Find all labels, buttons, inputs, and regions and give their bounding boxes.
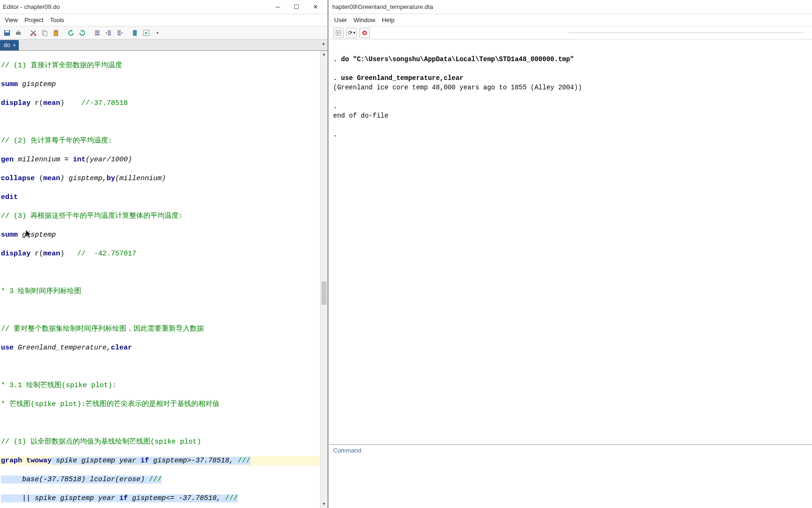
svg-rect-1 <box>5 31 9 32</box>
run-dropdown-icon[interactable]: ▾ <box>152 28 163 38</box>
toolbar-divider <box>569 32 804 33</box>
redo-icon[interactable] <box>77 28 87 38</box>
code-text: /// <box>149 476 162 484</box>
indent-toggle-icon[interactable] <box>92 28 102 38</box>
scroll-up-icon[interactable]: ▲ <box>320 51 328 58</box>
code-text: gen <box>1 156 14 164</box>
menu-user[interactable]: User <box>334 16 347 24</box>
code-text: base(-37.78518) lcolor(erose) <box>1 476 149 484</box>
scroll-down-icon[interactable]: ▼ <box>320 500 328 508</box>
maximize-button[interactable]: ☐ <box>287 0 306 14</box>
results-pane[interactable]: . do "C:\Users\songshu\AppData\Local\Tem… <box>329 40 812 444</box>
tab-overflow-icon[interactable]: ▾ <box>322 41 325 47</box>
results-line: end of do-file <box>333 112 389 119</box>
code-text: // (3) 再根据这些千年的平均温度计算整体的平均温度: <box>1 212 183 220</box>
code-text: gisptemp <box>18 80 56 88</box>
tab-strip: do × ▾ <box>0 40 328 51</box>
tab-close-icon[interactable]: × <box>13 43 16 48</box>
svg-rect-7 <box>44 32 47 36</box>
svg-rect-10 <box>133 30 137 36</box>
code-text: display <box>1 250 31 258</box>
close-button[interactable]: ✕ <box>306 0 325 14</box>
command-label: Command <box>329 445 812 456</box>
code-text: int <box>73 156 86 164</box>
code-text: ) <box>60 250 77 258</box>
copy-icon[interactable] <box>39 28 50 38</box>
code-text: millennium = <box>14 156 73 164</box>
print-icon[interactable] <box>13 28 23 38</box>
code-text: ( <box>35 175 43 183</box>
code-text: /// <box>238 457 250 465</box>
results-line: . use Greenland_temperature,clear <box>333 74 463 82</box>
left-titlebar: Editor - chapter09.do ─ ☐ ✕ <box>0 0 328 14</box>
code-text: mean <box>43 175 60 183</box>
indent-icon[interactable] <box>115 28 125 38</box>
paste-icon[interactable] <box>51 28 61 38</box>
stata-main-window: hapter09\Greenland_temperature.dta User … <box>329 0 812 508</box>
svg-rect-9 <box>55 30 57 32</box>
right-toolbar: ⟳▾ <box>329 26 812 40</box>
code-text: * 3.1 绘制芒线图(spike plot): <box>1 381 117 389</box>
menu-project[interactable]: Project <box>24 16 43 24</box>
code-text: summ <box>1 80 18 88</box>
tab-chapter09[interactable]: do × <box>0 40 19 50</box>
code-text: graph twoway <box>1 457 52 465</box>
tab-label: do <box>4 42 10 48</box>
run-icon[interactable] <box>141 28 151 38</box>
results-line: . do "C:\Users\songshu\AppData\Local\Tem… <box>333 56 574 63</box>
command-pane: Command <box>329 444 812 508</box>
bookmark-icon[interactable] <box>130 28 140 38</box>
menu-tools[interactable]: Tools <box>50 16 64 24</box>
right-titlebar: hapter09\Greenland_temperature.dta <box>329 0 812 14</box>
left-toolbar: ▾ <box>0 26 328 40</box>
code-text: mean <box>43 250 60 258</box>
undo-icon[interactable] <box>66 28 76 38</box>
code-text: // -42.757017 <box>77 250 136 258</box>
command-input[interactable] <box>329 456 812 508</box>
code-text: use <box>1 344 14 352</box>
right-menubar: User Window Help <box>329 14 812 26</box>
code-text: (year/1000) <box>86 156 132 164</box>
menu-help[interactable]: Help <box>382 16 395 24</box>
code-text: gisptemp>-37.78518, <box>149 457 238 465</box>
code-text: * 芒线图(spike plot):芒线图的芒尖表示的是相对于基线的相对值 <box>1 400 219 408</box>
code-editor[interactable]: // (1) 直接计算全部数据的平均温度 summ gisptemp displ… <box>0 51 328 508</box>
menu-window[interactable]: Window <box>353 16 375 24</box>
minimize-button[interactable]: ─ <box>268 0 287 14</box>
code-text: if <box>119 494 128 502</box>
code-text: spike gisptemp year <box>52 457 141 465</box>
menu-view[interactable]: View <box>5 16 18 24</box>
cut-icon[interactable] <box>28 28 39 38</box>
code-text: Greenland_temperature, <box>14 344 111 352</box>
code-text: ) gisptemp, <box>60 175 107 183</box>
results-line: . <box>333 131 341 138</box>
code-text: //-37.78518 <box>81 99 128 107</box>
results-line: . <box>333 103 341 110</box>
code-text: r( <box>31 250 43 258</box>
code-text: if <box>141 457 149 465</box>
code-text: * 3 绘制时间序列标绘图 <box>1 287 81 295</box>
code-text: /// <box>225 494 238 502</box>
code-text: r( <box>31 99 43 107</box>
window-title: Editor - chapter09.do <box>3 3 60 10</box>
svg-rect-2 <box>16 32 21 35</box>
dataset-path: hapter09\Greenland_temperature.dta <box>332 3 433 10</box>
outdent-icon[interactable] <box>103 28 114 38</box>
break-icon[interactable] <box>359 28 370 38</box>
editor-scrollbar[interactable]: ▲ ▼ <box>320 51 328 508</box>
code-text: // (1) 直接计算全部数据的平均温度 <box>1 62 122 70</box>
save-icon[interactable] <box>2 28 12 38</box>
code-text: // (2) 先计算每千年的平均温度: <box>1 137 112 145</box>
scroll-thumb[interactable] <box>321 281 327 305</box>
left-menubar: View Project Tools <box>0 14 328 26</box>
code-text: summ <box>1 231 18 239</box>
code-text: mean <box>43 99 60 107</box>
clear-more-icon[interactable]: ⟳▾ <box>346 28 357 38</box>
log-icon[interactable] <box>333 28 344 38</box>
code-text: // 要对整个数据集绘制时间序列标绘图，因此需要重新导入数据 <box>1 325 204 333</box>
code-text: collapse <box>1 175 35 183</box>
do-file-editor-window: Editor - chapter09.do ─ ☐ ✕ View Project… <box>0 0 328 508</box>
code-text: edit <box>1 193 18 201</box>
code-text: clear <box>111 344 132 352</box>
results-line: (Greenland ice core temp 48,000 years ag… <box>333 84 582 91</box>
